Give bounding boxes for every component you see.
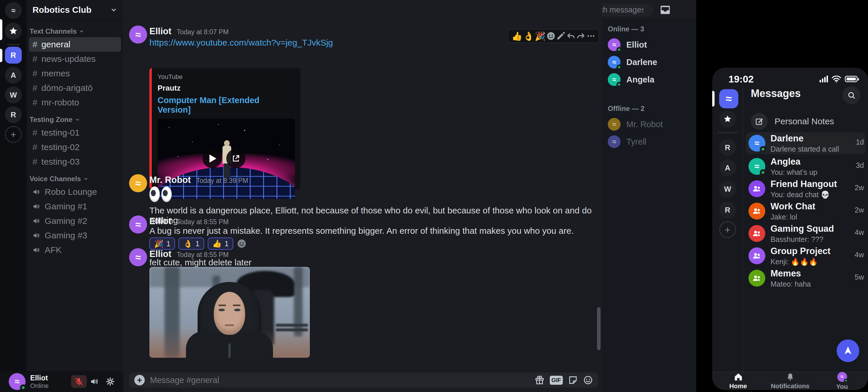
voice-robo-lounge[interactable]: Robo Lounge bbox=[29, 185, 121, 199]
message-author[interactable]: Elliot bbox=[149, 26, 172, 36]
server-r2[interactable]: R bbox=[5, 106, 22, 123]
star-icon bbox=[723, 115, 732, 123]
avatar[interactable]: ≈ bbox=[129, 26, 147, 44]
settings-button[interactable] bbox=[102, 375, 118, 388]
channel-domo-arigato[interactable]: #dōmo-arigatō bbox=[29, 81, 121, 95]
app-logo[interactable]: ≈ bbox=[5, 2, 22, 19]
message-author[interactable]: Elliot bbox=[149, 216, 172, 226]
channel-testing-02[interactable]: #testing-02 bbox=[29, 140, 121, 155]
group-avatar bbox=[748, 180, 765, 197]
channel-general[interactable]: #general bbox=[29, 37, 121, 52]
conversation-group-project[interactable]: Group ProjectKenji: 🔥🔥🔥 4w bbox=[746, 245, 866, 267]
avatar[interactable]: ≈ bbox=[129, 248, 147, 266]
chevron-down-icon bbox=[110, 6, 118, 13]
hash-icon: # bbox=[32, 39, 37, 49]
member-elliot[interactable]: ≈ Elliot bbox=[608, 36, 696, 53]
conversation-darlene[interactable]: ≈ DarleneDarlene started a call 1d bbox=[746, 132, 866, 154]
member-darlene[interactable]: ≈ Darlene bbox=[608, 53, 696, 71]
group-avatar bbox=[748, 270, 765, 287]
channel-mr-roboto[interactable]: #mr-roboto bbox=[29, 95, 121, 110]
ok-hand-quick-reaction[interactable]: 👌 bbox=[523, 31, 534, 41]
chat-scrollbar[interactable] bbox=[597, 307, 600, 350]
rail-divider bbox=[717, 132, 738, 133]
server-r2[interactable]: R bbox=[719, 201, 736, 218]
channel-list: Text Channels #general #news-updates #me… bbox=[27, 20, 123, 257]
deafen-button[interactable] bbox=[87, 375, 102, 388]
conversation-work-chat[interactable]: Work ChatJake: lol 2w bbox=[746, 200, 866, 222]
messages-title: Messages bbox=[751, 87, 801, 100]
reaction-thumbs-up[interactable]: 👍1 bbox=[208, 237, 233, 250]
member-tyrell[interactable]: ≈ Tyrell bbox=[608, 133, 696, 150]
emoji-icon[interactable] bbox=[583, 375, 593, 385]
nav-you[interactable]: ≈ You bbox=[816, 372, 868, 390]
avatar[interactable]: ≈ bbox=[129, 216, 147, 233]
popout-button[interactable] bbox=[226, 149, 245, 168]
thumbs-up-quick-reaction[interactable]: 👍 bbox=[512, 31, 522, 41]
more-options-icon[interactable] bbox=[586, 31, 596, 41]
channel-news-updates[interactable]: #news-updates bbox=[29, 52, 121, 66]
favorites-button[interactable] bbox=[5, 23, 22, 39]
nav-home[interactable]: Home bbox=[712, 372, 764, 390]
app-logo[interactable]: ≈ bbox=[719, 89, 738, 108]
reaction-party[interactable]: 🎉1 bbox=[149, 237, 175, 250]
voice-gaming-3[interactable]: Gaming #3 bbox=[29, 228, 121, 243]
server-w[interactable]: W bbox=[719, 180, 736, 197]
avatar[interactable]: ≈ bbox=[129, 174, 147, 192]
wave-logo-icon: ≈ bbox=[11, 6, 16, 15]
add-reaction-icon[interactable] bbox=[546, 31, 556, 41]
user-info[interactable]: Elliot Online bbox=[30, 374, 71, 390]
server-a[interactable]: A bbox=[719, 160, 736, 176]
member-mr-robot[interactable]: ≈ Mr. Robot bbox=[608, 116, 696, 133]
conversation-memes[interactable]: MemesMateo: haha 5w bbox=[746, 267, 866, 289]
party-quick-reaction[interactable]: 🎉 bbox=[535, 31, 546, 41]
sticker-icon[interactable] bbox=[568, 375, 578, 385]
members-panel: Online — 3 ≈ Elliot ≈ Darlene ≈ Angela O… bbox=[602, 20, 696, 392]
wifi-icon bbox=[832, 75, 841, 83]
section-voice-channels[interactable]: Voice Channels bbox=[27, 173, 123, 185]
server-header[interactable]: Robotics Club bbox=[27, 0, 123, 20]
mic-muted-button[interactable] bbox=[71, 375, 87, 388]
conversation-anglea[interactable]: ≈ AngleaYou: what’s up 3d bbox=[746, 155, 866, 177]
conversation-friend-hangout[interactable]: Friend HangoutYou: dead chat 💀 2w bbox=[746, 178, 866, 200]
edit-icon[interactable] bbox=[556, 31, 565, 41]
reaction-ok-hand[interactable]: 👌1 bbox=[178, 237, 204, 250]
new-message-fab[interactable] bbox=[837, 339, 859, 362]
nav-notifications[interactable]: Notifications bbox=[764, 372, 816, 390]
reply-icon[interactable] bbox=[566, 31, 576, 41]
attach-button[interactable]: + bbox=[134, 375, 145, 385]
channel-testing-03[interactable]: #testing-03 bbox=[29, 155, 121, 169]
hash-icon: # bbox=[32, 142, 37, 152]
server-a[interactable]: A bbox=[5, 67, 22, 84]
user-avatar[interactable]: ≈ bbox=[9, 373, 26, 390]
channel-testing-01[interactable]: #testing-01 bbox=[29, 125, 121, 140]
chevron-down-icon bbox=[75, 117, 80, 122]
channel-memes[interactable]: #memes bbox=[29, 66, 121, 81]
inbox-icon[interactable] bbox=[660, 4, 671, 16]
favorites-button[interactable] bbox=[719, 111, 736, 128]
voice-gaming-1[interactable]: Gaming #1 bbox=[29, 199, 121, 214]
conversation-gaming-squad[interactable]: Gaming SquadBasshunter: ??? 4w bbox=[746, 222, 866, 245]
voice-gaming-2[interactable]: Gaming #2 bbox=[29, 214, 121, 228]
embed-title[interactable]: Computer Man [Extended Version] bbox=[158, 95, 294, 115]
youtube-link[interactable]: https://www.youtube.com/watch?v=jeg_TJvk… bbox=[149, 38, 333, 48]
attached-photo[interactable] bbox=[149, 267, 310, 358]
server-w[interactable]: W bbox=[5, 87, 22, 103]
add-server-button[interactable]: + bbox=[719, 221, 736, 238]
forward-icon[interactable] bbox=[576, 31, 585, 41]
add-server-button[interactable]: + bbox=[5, 126, 22, 143]
gif-button[interactable]: GIF bbox=[550, 376, 563, 385]
send-icon bbox=[842, 345, 854, 356]
search-button[interactable] bbox=[842, 86, 861, 104]
message-author[interactable]: Mr. Robot bbox=[149, 175, 191, 185]
play-button[interactable] bbox=[203, 149, 222, 168]
add-reaction-icon[interactable] bbox=[237, 239, 247, 249]
server-robotics-club[interactable]: R bbox=[5, 47, 22, 64]
member-angela[interactable]: ≈ Angela bbox=[608, 71, 696, 88]
section-text-channels[interactable]: Text Channels bbox=[27, 26, 123, 37]
voice-afk[interactable]: AFK bbox=[29, 243, 121, 257]
server-r[interactable]: R bbox=[719, 139, 736, 156]
section-testing-zone[interactable]: Testing Zone bbox=[27, 114, 123, 125]
gift-icon[interactable] bbox=[535, 375, 545, 385]
personal-notes-row[interactable]: Personal Notes bbox=[751, 113, 834, 130]
message-input[interactable] bbox=[150, 375, 529, 385]
